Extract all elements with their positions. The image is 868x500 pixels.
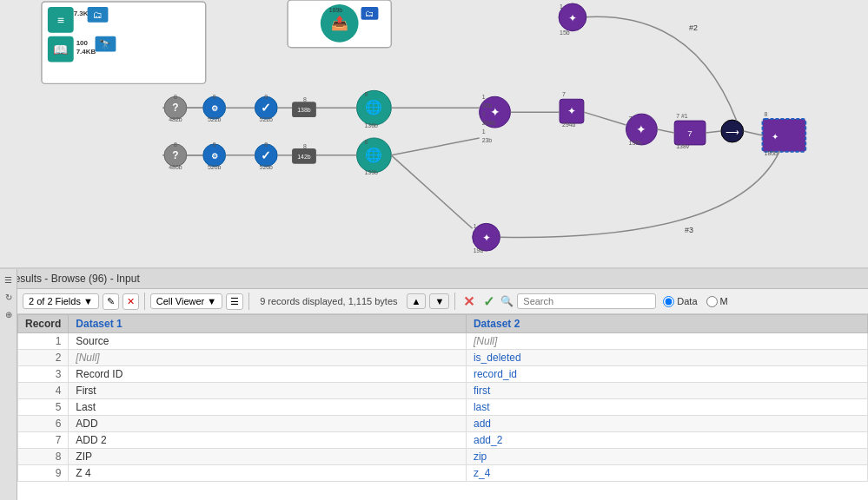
- cell-dataset2: [Null]: [466, 333, 867, 350]
- svg-text:✓: ✓: [261, 101, 271, 115]
- svg-text:486b: 486b: [169, 164, 182, 170]
- svg-text:23b: 23b: [482, 137, 493, 143]
- cell-record-num: 6: [18, 416, 69, 432]
- svg-text:189b: 189b: [329, 7, 343, 13]
- cell-viewer-dropdown[interactable]: Cell Viewer ▼: [150, 293, 222, 309]
- cell-dataset1: [Null]: [69, 350, 467, 366]
- svg-text:482b: 482b: [169, 116, 182, 122]
- search-input[interactable]: [517, 293, 656, 309]
- svg-text:📤: 📤: [331, 15, 348, 31]
- copy-button[interactable]: ✕: [123, 293, 139, 310]
- svg-text:20b: 20b: [482, 102, 493, 109]
- search-icon: 🔍: [500, 295, 514, 307]
- svg-text:15b: 15b: [560, 30, 570, 36]
- svg-text:✦: ✦: [772, 132, 779, 141]
- svg-line-99: [744, 131, 763, 135]
- svg-text:🗂: 🗂: [93, 10, 103, 20]
- svg-text:8: 8: [264, 94, 268, 100]
- dropdown-arrow-icon: ▼: [83, 296, 93, 306]
- col-header-record: Record: [18, 315, 69, 333]
- svg-point-29: [203, 96, 226, 119]
- svg-text:8: 8: [303, 143, 307, 149]
- svg-text:7 #1: 7 #1: [676, 113, 688, 119]
- cell-dataset1: Last: [69, 399, 467, 416]
- svg-text:7: 7: [687, 128, 692, 138]
- svg-rect-87: [674, 121, 706, 145]
- svg-text:526b: 526b: [260, 164, 274, 170]
- svg-text:⚙: ⚙: [211, 152, 218, 161]
- sidebar-icon-loop[interactable]: ↻: [2, 290, 16, 304]
- toolbar: 2 of 2 Fields ▼ ✎ ✕ Cell Viewer ▼ ☰: [17, 289, 868, 314]
- svg-text:8: 8: [213, 141, 216, 148]
- table-row: 5Lastlast: [18, 399, 868, 416]
- fields-label: 2 of 2 Fields: [29, 296, 81, 306]
- cell-dataset1: ADD: [69, 416, 467, 432]
- radio-data-label[interactable]: Data: [663, 296, 697, 307]
- nav-up-button[interactable]: ▲: [407, 293, 427, 309]
- sidebar-icon-settings[interactable]: ⊕: [2, 307, 16, 321]
- svg-text:526b: 526b: [208, 164, 222, 170]
- radio-meta-input[interactable]: [706, 296, 718, 307]
- cell-dataset1: First: [69, 383, 467, 399]
- main-results: 2 of 2 Fields ▼ ✎ ✕ Cell Viewer ▼ ☰: [17, 289, 868, 500]
- svg-text:8: 8: [303, 96, 307, 102]
- sidebar-icon-menu[interactable]: ☰: [2, 273, 16, 286]
- svg-point-21: [164, 96, 187, 119]
- col-header-dataset1: Dataset 1: [69, 315, 467, 333]
- cell-dataset1: Record ID: [69, 366, 467, 383]
- table-row: 8ZIPzip: [18, 449, 868, 465]
- svg-text:1: 1: [560, 3, 563, 10]
- svg-rect-95: [763, 119, 806, 152]
- radio-meta-label[interactable]: M: [706, 296, 728, 307]
- svg-point-14: [321, 4, 359, 43]
- svg-text:7.4KB: 7.4KB: [76, 48, 96, 56]
- separator-2: [248, 293, 249, 310]
- separator-1: [144, 293, 145, 310]
- fields-dropdown-button[interactable]: 2 of 2 Fields ▼: [23, 293, 99, 309]
- svg-text:8: 8: [765, 111, 768, 117]
- svg-line-91: [657, 129, 674, 133]
- svg-text:#2: #2: [689, 23, 698, 32]
- radio-data-input[interactable]: [663, 296, 674, 307]
- svg-point-82: [626, 114, 658, 145]
- svg-text:7: 7: [562, 91, 566, 97]
- table-row: 2[Null]is_deleted: [18, 350, 868, 366]
- svg-text:✦: ✦: [568, 12, 577, 24]
- svg-text:138v: 138v: [629, 140, 643, 146]
- svg-text:138b: 138b: [297, 107, 311, 113]
- svg-text:8: 8: [174, 94, 177, 100]
- svg-text:?: ?: [172, 149, 178, 161]
- table-row: 4Firstfirst: [18, 383, 868, 399]
- cell-viewer-arrow-icon: ▼: [207, 296, 216, 306]
- table-body: 1Source[Null]2[Null]is_deleted3Record ID…: [18, 333, 868, 482]
- svg-rect-54: [292, 148, 316, 164]
- svg-rect-5: [88, 7, 109, 23]
- svg-text:📖: 📖: [53, 43, 69, 57]
- workflow-canvas[interactable]: ≡ 7.3KB 🗂 📖 100 7.4KB 🔭 📤 189b 🗂 ? 8 482…: [0, 0, 868, 269]
- cell-dataset2: is_deleted: [466, 350, 867, 366]
- nav-down-button[interactable]: ▼: [429, 293, 449, 309]
- svg-rect-0: [3, 0, 865, 267]
- separator-3: [454, 293, 455, 310]
- cell-dataset1: ZIP: [69, 449, 467, 465]
- cell-dataset2: add_2: [466, 432, 867, 449]
- table-row: 6ADDadd: [18, 416, 868, 432]
- clear-button[interactable]: ✕: [461, 293, 477, 310]
- svg-text:✦: ✦: [490, 105, 500, 119]
- svg-text:100: 100: [76, 39, 89, 47]
- svg-text:⟶: ⟶: [726, 127, 739, 137]
- svg-point-101: [559, 3, 586, 31]
- browse-icon-button[interactable]: ☰: [226, 293, 243, 310]
- edit-button[interactable]: ✎: [103, 293, 119, 310]
- cell-record-num: 9: [18, 465, 69, 482]
- svg-text:204b: 204b: [482, 120, 496, 126]
- svg-text:138v: 138v: [676, 143, 690, 149]
- col-header-dataset2: Dataset 2: [466, 315, 867, 333]
- data-table-container[interactable]: Record Dataset 1 Dataset 2 1Source[Null]…: [17, 314, 868, 500]
- svg-point-37: [255, 96, 277, 119]
- cell-record-num: 8: [18, 449, 69, 465]
- svg-text:522b: 522b: [260, 116, 274, 122]
- cell-dataset2: record_id: [466, 366, 867, 383]
- svg-text:7.3KB: 7.3KB: [74, 10, 94, 17]
- confirm-button[interactable]: ✓: [480, 293, 497, 310]
